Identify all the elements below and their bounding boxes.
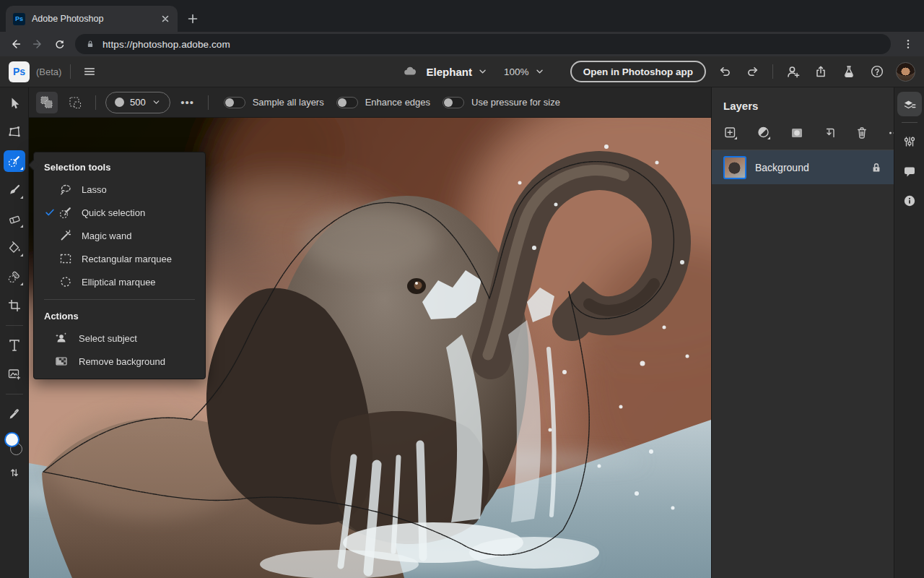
add-layer-button[interactable] xyxy=(723,125,738,141)
photoshop-favicon: Ps xyxy=(13,13,25,25)
elliptical-marquee-icon xyxy=(58,275,73,289)
use-pressure-toggle[interactable] xyxy=(443,97,464,108)
foreground-color-swatch[interactable] xyxy=(4,432,19,447)
use-pressure-label: Use pressure for size xyxy=(471,97,560,108)
undo-button[interactable] xyxy=(715,62,734,81)
reload-button[interactable] xyxy=(49,34,69,54)
subtract-from-selection-button[interactable] xyxy=(64,92,86,113)
flyout-section-title: Actions xyxy=(34,301,205,327)
sample-all-layers-label: Sample all layers xyxy=(253,97,324,108)
zoom-level[interactable]: 100% xyxy=(504,66,529,77)
tool-rail xyxy=(0,87,29,578)
quick-selection-icon xyxy=(58,205,73,220)
user-avatar[interactable] xyxy=(896,62,915,82)
delete-layer-button[interactable] xyxy=(855,125,869,141)
help-icon[interactable] xyxy=(868,62,886,81)
menu-item-elliptical-marquee[interactable]: Elliptical marquee xyxy=(34,270,205,293)
eraser-tool[interactable] xyxy=(4,208,25,230)
brush-size-dropdown[interactable]: 500 xyxy=(105,92,170,113)
rectangular-marquee-icon xyxy=(58,251,73,266)
cloud-icon xyxy=(403,64,419,79)
menu-item-rectangular-marquee[interactable]: Rectangular marquee xyxy=(34,247,205,270)
sample-all-layers-toggle[interactable] xyxy=(224,97,245,108)
beta-label: (Beta) xyxy=(36,66,61,77)
properties-panel-tab[interactable] xyxy=(897,129,922,154)
flyout-section-title: Selection tools xyxy=(34,152,205,178)
tab-close-icon[interactable] xyxy=(159,12,172,25)
invite-people-icon[interactable] xyxy=(783,62,802,81)
comments-panel-tab[interactable] xyxy=(897,159,922,184)
brush-tool[interactable] xyxy=(4,179,25,201)
eyedropper-tool[interactable] xyxy=(4,403,25,425)
select-subject-icon xyxy=(54,331,69,345)
magic-wand-icon xyxy=(58,228,73,243)
fill-tool[interactable] xyxy=(4,237,25,259)
layers-panel: Layers Background xyxy=(711,87,894,578)
check-icon xyxy=(44,207,56,217)
chevron-down-icon xyxy=(152,98,161,107)
photoshop-logo: Ps xyxy=(9,61,30,82)
document-name[interactable]: Elephant xyxy=(427,66,472,78)
url-text: https://photoshop.adobe.com xyxy=(103,39,230,50)
main-menu-button[interactable] xyxy=(79,61,100,82)
panel-rail xyxy=(894,87,924,578)
type-tool[interactable] xyxy=(4,335,25,356)
browser-tabstrip: Ps Adobe Photoshop xyxy=(0,0,924,32)
url-bar[interactable]: https://photoshop.adobe.com xyxy=(75,34,891,54)
lock-icon xyxy=(85,39,95,49)
color-swatches[interactable] xyxy=(4,432,25,458)
enhance-edges-toggle[interactable] xyxy=(336,97,358,108)
experiments-flask-icon[interactable] xyxy=(840,62,858,81)
menu-item-magic-wand[interactable]: Magic wand xyxy=(34,224,205,247)
layer-lock-icon[interactable] xyxy=(871,162,882,173)
clipping-mask-button[interactable] xyxy=(822,125,837,141)
more-options-button[interactable]: ••• xyxy=(177,92,199,113)
redo-button[interactable] xyxy=(744,62,762,81)
menu-item-lasso[interactable]: Lasso xyxy=(34,178,205,201)
browser-toolbar: https://photoshop.adobe.com xyxy=(0,32,924,56)
add-to-selection-button[interactable] xyxy=(36,92,58,113)
brush-size-value: 500 xyxy=(130,97,146,108)
lasso-icon xyxy=(58,182,73,197)
tool-options-bar: 500 ••• Sample all layers Enhance edges … xyxy=(29,87,711,118)
layers-panel-title: Layers xyxy=(712,87,894,112)
place-image-tool[interactable] xyxy=(4,363,25,385)
browser-tab[interactable]: Ps Adobe Photoshop xyxy=(6,6,178,32)
layers-panel-tab[interactable] xyxy=(897,92,922,116)
healing-brush-tool[interactable] xyxy=(4,266,25,288)
document-info: Elephant 100% xyxy=(403,64,545,79)
menu-item-quick-selection[interactable]: Quick selection xyxy=(34,201,205,224)
zoom-chevron-down-icon[interactable] xyxy=(534,66,544,77)
remove-background-icon xyxy=(54,354,69,368)
layer-mask-button[interactable] xyxy=(790,125,804,141)
layer-name: Background xyxy=(755,162,862,173)
menu-item-select-subject[interactable]: Select subject xyxy=(34,327,205,350)
adjustment-layer-button[interactable] xyxy=(757,125,772,141)
open-in-photoshop-app-button[interactable]: Open in Photoshop app xyxy=(570,61,706,82)
forward-button[interactable] xyxy=(27,34,48,54)
crop-tool[interactable] xyxy=(4,295,25,316)
quick-selection-tool[interactable] xyxy=(4,150,25,172)
tab-title: Adobe Photoshop xyxy=(32,14,152,24)
back-button[interactable] xyxy=(6,34,26,54)
swap-colors-button[interactable] xyxy=(4,464,25,481)
info-panel-tab[interactable] xyxy=(897,189,922,213)
selection-tools-flyout: Selection tools Lasso Quick selection Ma… xyxy=(33,152,206,379)
photoshop-header: Ps (Beta) Elephant 100% Open in Photosho… xyxy=(0,56,924,87)
transform-tool[interactable] xyxy=(4,121,25,143)
doc-chevron-down-icon[interactable] xyxy=(478,66,488,77)
layer-thumbnail[interactable] xyxy=(723,156,746,179)
share-icon[interactable] xyxy=(811,62,830,81)
browser-menu-icon[interactable] xyxy=(898,34,918,54)
enhance-edges-label: Enhance edges xyxy=(365,97,430,108)
move-tool[interactable] xyxy=(4,92,25,114)
layer-row-background[interactable]: Background xyxy=(712,150,894,184)
new-tab-button[interactable] xyxy=(183,9,202,28)
brush-size-preview-dot xyxy=(115,98,124,107)
menu-item-remove-background[interactable]: Remove background xyxy=(34,350,205,373)
